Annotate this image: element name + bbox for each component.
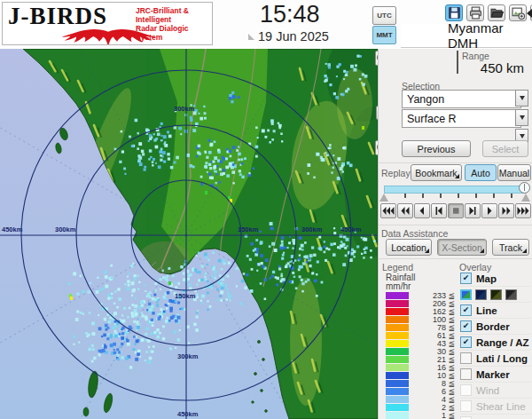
overlay-label: Wind: [476, 385, 499, 396]
legend-color-swatch: [386, 316, 409, 323]
overlay-row-microburst: Microburst: [460, 414, 531, 419]
ring-label: 300km: [174, 105, 195, 113]
select-button[interactable]: Select: [482, 140, 528, 157]
control-panel: Range 450 km Selection Yangon Surface R …: [378, 49, 532, 419]
ring-label: 450km: [177, 410, 199, 418]
map-style-dark-olive[interactable]: [490, 289, 502, 300]
legend-color-swatch: [386, 364, 409, 371]
print-button[interactable]: [466, 4, 484, 21]
slider-tick: [404, 194, 406, 198]
track-button[interactable]: Track: [492, 239, 529, 256]
bookmark-button[interactable]: Bookmark: [411, 164, 462, 181]
add-snapshot-button[interactable]: [509, 4, 527, 21]
rewind-full-icon: [382, 207, 395, 215]
legend-value: 1 ≦: [409, 411, 455, 419]
rewind-full-button[interactable]: [380, 203, 396, 218]
stop-button[interactable]: [448, 203, 464, 218]
manual-button[interactable]: Manual: [497, 164, 531, 181]
product-combo[interactable]: Surface R: [402, 109, 521, 128]
save-button[interactable]: [445, 4, 463, 21]
ring-label: 300km: [177, 352, 199, 360]
app-logo: J-BIRDS JRC-Brilliant & Intelligent Rada…: [2, 2, 213, 45]
data-assistance-label: Data Assistance: [381, 228, 448, 239]
rewind-fast-button[interactable]: [397, 203, 413, 218]
auto-button[interactable]: Auto: [465, 164, 497, 181]
divider: [379, 225, 532, 225]
replay-slider-handle[interactable]: [519, 182, 530, 194]
product-combo-arrow-icon[interactable]: [515, 109, 528, 126]
ring-label: 150km: [175, 292, 196, 300]
panel-collapse-icon[interactable]: [527, 9, 532, 18]
legend-color-swatch: [386, 332, 409, 339]
map-style-dark-gray[interactable]: [505, 289, 517, 300]
play-button[interactable]: [481, 203, 497, 218]
resize-grip: [248, 34, 254, 40]
legend-color-swatch: [386, 372, 409, 379]
utc-button[interactable]: UTC: [372, 6, 396, 25]
open-folder-icon: [490, 6, 504, 20]
x-section-button[interactable]: X-Section: [437, 239, 487, 256]
checkbox: [460, 384, 472, 396]
overlay-row-marker: Marker: [460, 366, 531, 382]
top-bar: J-BIRDS JRC-Brilliant & Intelligent Rada…: [0, 0, 532, 49]
previous-button[interactable]: Previous: [402, 140, 471, 157]
rewind-fast-icon: [399, 207, 411, 215]
step-back-button[interactable]: [431, 203, 447, 218]
add-snapshot-icon: [512, 6, 525, 20]
checkbox[interactable]: ✔: [460, 336, 472, 348]
overlay-label: Lati / Long: [476, 353, 528, 364]
overlay-row-border: ✔Border: [460, 318, 531, 334]
legend-color-swatch: [386, 300, 409, 307]
slider-start-marker-icon: [379, 194, 388, 202]
clock-time: 15:48: [260, 1, 320, 28]
forward-fast-button[interactable]: [498, 203, 514, 218]
legend-row: 1 ≦: [386, 411, 462, 419]
rewind-button[interactable]: [414, 203, 430, 218]
legend-color-swatch: [386, 356, 409, 363]
divider: [379, 162, 532, 163]
overlay-label: Range / AZ: [476, 337, 529, 348]
legend-title: Legend: [382, 262, 413, 273]
range-value: 450 km: [481, 60, 524, 75]
overlay-label: Map: [476, 273, 497, 284]
slider-end-marker-icon: [521, 194, 530, 202]
radar-map[interactable]: 450km 300km 150km 300km 450km 300km 150k…: [0, 49, 378, 419]
step-forward-button[interactable]: [465, 203, 481, 218]
legend-color-swatch: [386, 380, 409, 387]
range-divider: [457, 51, 458, 74]
open-folder-button[interactable]: [488, 4, 505, 21]
site-combo[interactable]: Yangon: [402, 90, 521, 108]
divider: [379, 258, 532, 259]
step-back-icon: [433, 207, 445, 215]
legend-color-swatch: [386, 412, 409, 419]
checkbox[interactable]: [460, 352, 472, 364]
legend-color-swatch: [386, 388, 409, 395]
checkbox: [460, 400, 472, 412]
site-combo-arrow-icon[interactable]: [515, 90, 528, 107]
logo-title: J-BIRDS: [8, 3, 107, 30]
slider-tick: [458, 194, 459, 198]
forward-full-button[interactable]: [515, 203, 531, 218]
site-selector[interactable]: Myanmar DMH: [401, 24, 532, 48]
map-style-swatches: [460, 286, 531, 302]
location-button[interactable]: Location: [386, 239, 432, 256]
print-icon: [469, 6, 482, 20]
legend-color-swatch: [386, 292, 409, 299]
map-style-dark-blue[interactable]: [475, 289, 487, 300]
legend-color-swatch: [386, 404, 409, 411]
replay-label: Replay: [381, 168, 411, 178]
checkbox[interactable]: ✔: [460, 304, 472, 316]
legend-unit: Rainfall mm/hr: [386, 273, 415, 291]
legend-color-swatch: [386, 308, 409, 315]
slider-tick: [511, 194, 512, 198]
overlay-label: Border: [476, 321, 510, 332]
overlay-label: Marker: [476, 369, 510, 380]
replay-slider-track[interactable]: [384, 186, 526, 194]
checkbox[interactable]: ✔: [460, 320, 472, 332]
overlay-row-map: ✔Map: [460, 271, 531, 286]
mmt-button[interactable]: MMT: [372, 26, 396, 44]
legend-scale: 233 ≦206 ≦162 ≦100 ≦78 ≦61 ≦43 ≦30 ≦21 ≦…: [386, 291, 462, 419]
checkbox[interactable]: [460, 368, 472, 380]
map-style-terrain[interactable]: [460, 289, 472, 300]
checkbox[interactable]: ✔: [460, 273, 472, 284]
